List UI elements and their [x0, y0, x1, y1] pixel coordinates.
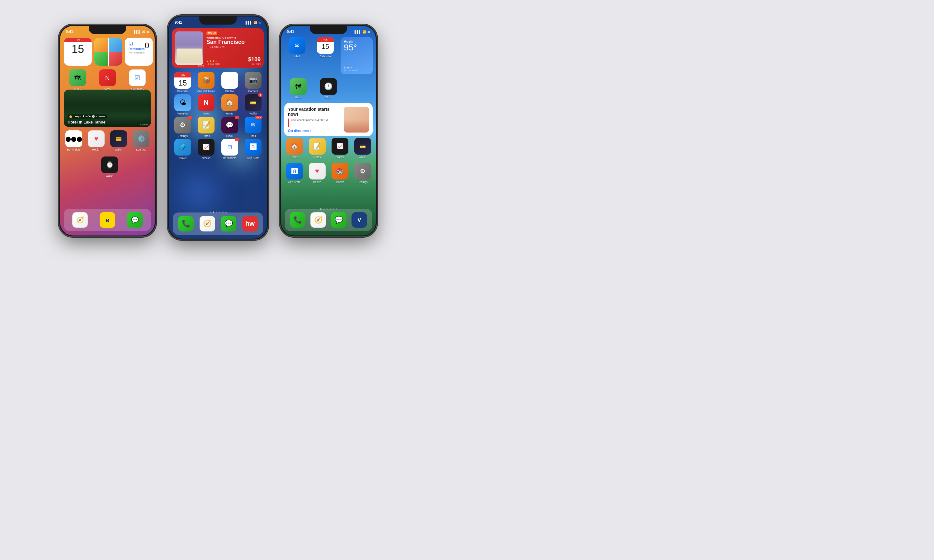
wallet-icon-p2: 💳 1	[245, 94, 262, 111]
phone2-time: 9:41	[175, 20, 182, 25]
home-app-p3[interactable]: 🏠 Home	[284, 138, 305, 159]
photos-app-p2[interactable]: Photos	[219, 72, 241, 93]
signal-icon-2: ▌▌▌	[246, 21, 252, 24]
safari-dock-p2[interactable]: 🧭	[200, 216, 215, 231]
settings-badge: 1	[188, 116, 192, 119]
phone3-vrbo-widget[interactable]: Your vacation starts now! Your check-in …	[284, 103, 373, 136]
reminders-title: Reminders	[129, 47, 145, 51]
wallet-app-p3[interactable]: 💳 Wallet	[353, 138, 373, 159]
news-app[interactable]: N News	[94, 69, 121, 91]
wallet-app-p2[interactable]: 💳 1 Wallet	[242, 94, 265, 115]
safari-dock-p3[interactable]: 🧭	[310, 212, 326, 228]
phone1-expedia-widget[interactable]: 7 days 🌡 80°F 🕓 4:00 PM Hotel in Lake Ta…	[64, 89, 151, 127]
home-label: Home	[226, 112, 233, 115]
calendar-widget-p3[interactable]: TUE 15 Calendar	[313, 37, 338, 74]
phone-icon-p3: 📞	[290, 212, 305, 228]
camera-app[interactable]: 📷 Camera	[242, 72, 265, 93]
vrbo-chevron-icon: ›	[310, 129, 311, 132]
vrbo-directions[interactable]: Get directions ›	[288, 129, 341, 132]
ibooks-icon-p3: 📚	[331, 163, 348, 180]
notes-label: Notes	[202, 134, 210, 138]
stocks-app[interactable]: 📈 Stocks	[195, 139, 217, 160]
watch-app[interactable]: ⌚ Watch	[68, 157, 151, 178]
ibooks-label-p3: iBooks	[336, 180, 344, 184]
messages-dock-p2[interactable]: 💬	[221, 216, 236, 231]
vrbo-title: Your vacation starts now!	[288, 107, 341, 117]
vrbo-directions-text: Get directions	[288, 129, 309, 132]
messages-dock-p3[interactable]: 💬	[331, 212, 347, 228]
cal-day-p3: TUE	[317, 37, 334, 42]
weather-hl-p3: H:100° L:85°	[344, 69, 370, 72]
health-app-p3[interactable]: ♥ Health	[307, 163, 327, 184]
reminders-app-p2[interactable]: ☑ 1 Reminders	[219, 139, 241, 160]
weather-app[interactable]: 🌤 Weather	[171, 94, 194, 115]
messages-dock[interactable]: 💬	[127, 212, 143, 228]
phone-dock-p2[interactable]: 📞	[178, 216, 194, 231]
vrbo-dock[interactable]: V	[351, 212, 367, 228]
vrbo-dock-icon: V	[351, 212, 367, 228]
wallet-badge: 1	[258, 93, 262, 97]
ibooks-app-p3[interactable]: 📚 iBooks	[330, 163, 350, 184]
notes-app-p3[interactable]: 📝 Notes	[307, 138, 327, 159]
calendar-label-p3: Calendar	[320, 55, 331, 58]
settings-app-p3[interactable]: ⚙ Settings	[353, 163, 373, 184]
reminders-app[interactable]: ☑ Reminders	[123, 69, 151, 91]
camera-icon: 📷	[245, 72, 262, 89]
appstore-icon-p2: 🅰	[245, 139, 262, 155]
hotwire-city: San Francisco	[207, 39, 260, 45]
vrbo-brand: Vrbo	[326, 134, 331, 136]
mail-label-p2: Mail	[251, 134, 256, 138]
weather-widget-p3[interactable]: Austin 95° Sunny H:100° L:85°	[341, 37, 373, 74]
reminders2-app[interactable]: ⬤⬤⬤ Reminders	[64, 130, 84, 152]
health-app[interactable]: ♥ Health	[86, 130, 106, 152]
phone-dock-p3[interactable]: 📞	[290, 212, 305, 228]
mail-app-p2[interactable]: ✉ 8,280 Mail	[242, 117, 265, 138]
maps-app[interactable]: 🗺 Maps	[64, 69, 91, 91]
expedia-brand: Expedia	[140, 123, 148, 126]
app-distribution-icon: 📦	[198, 72, 214, 89]
settings-app-p2[interactable]: ⚙ 1 Settings	[171, 117, 194, 138]
photo-cell-3	[94, 52, 108, 66]
mail-app-p3[interactable]: ✉ Mail	[284, 37, 310, 74]
stocks-app-p3[interactable]: 📈 Stocks	[330, 138, 350, 159]
mail-icon-p2: ✉ 8,280	[245, 117, 262, 134]
appstore-app-p3[interactable]: 🅰 App Store	[284, 163, 305, 184]
news-app-p2[interactable]: N News	[195, 94, 217, 115]
expedia-dock[interactable]: e	[100, 212, 115, 228]
hotwire-distance: 11 min | 2 mi	[210, 45, 225, 48]
notes-app[interactable]: 📝 Notes	[195, 117, 217, 138]
wifi-icon-3: 📶	[362, 30, 366, 34]
hotwire-content: 35% off WEEKEND GETAWAY San Francisco 🚗 …	[207, 31, 260, 65]
slack-app[interactable]: 💬 1 Slack	[219, 117, 241, 138]
health-label: Health	[92, 148, 100, 152]
maps-app-p3[interactable]: 🗺 Maps	[284, 78, 312, 99]
phone1-calendar-widget[interactable]: TUE 15	[64, 38, 92, 66]
photos-label-p2: Photos	[225, 89, 234, 93]
vrbo-checkin-row: Your check-in time is 4:00 PM	[288, 118, 341, 127]
app-distribution-app[interactable]: 📦 App Distribution	[195, 72, 217, 93]
wifi-icon-2: 📶	[253, 21, 257, 24]
hotwire-price: $109	[248, 56, 260, 63]
calendar-app-p2[interactable]: TUE 15 Calendar	[171, 72, 194, 93]
appstore-app-p2[interactable]: 🅰 App Store	[242, 139, 265, 160]
hotwire-dock[interactable]: hw	[242, 216, 258, 231]
photo-cell-4	[109, 52, 123, 66]
vrbo-content: Your vacation starts now! Your check-in …	[288, 107, 341, 132]
phone2-hotwire-widget[interactable]: 35% off WEEKEND GETAWAY San Francisco 🚗 …	[172, 28, 264, 68]
phone1-photos-widget[interactable]	[94, 38, 122, 66]
clock-app-p3[interactable]: 🕐 Clock	[314, 78, 342, 99]
settings-label: Settings	[136, 148, 146, 152]
travel-app[interactable]: 🧳 Travel	[171, 139, 194, 160]
settings-app[interactable]: ⚙️ Settings	[131, 130, 151, 152]
health-icon-p3: ♥	[309, 163, 326, 180]
wallet-app[interactable]: 💳 Wallet	[109, 130, 129, 152]
settings-icon: ⚙️	[133, 130, 150, 147]
home-app[interactable]: 🏠 Home	[219, 94, 241, 115]
phone3-top-widgets: ✉ Mail TUE 15 Calendar Austin 95	[284, 37, 373, 74]
phone1-reminders-widget[interactable]: ☑ Reminders No Reminders 0	[125, 38, 153, 66]
safari-dock[interactable]: 🧭	[72, 212, 88, 228]
hotwire-brand: Hotwire	[197, 65, 239, 67]
weather-label: Weather	[177, 112, 188, 115]
messages-icon: 💬	[127, 212, 143, 228]
phone1-cal-date: 15	[64, 42, 92, 55]
